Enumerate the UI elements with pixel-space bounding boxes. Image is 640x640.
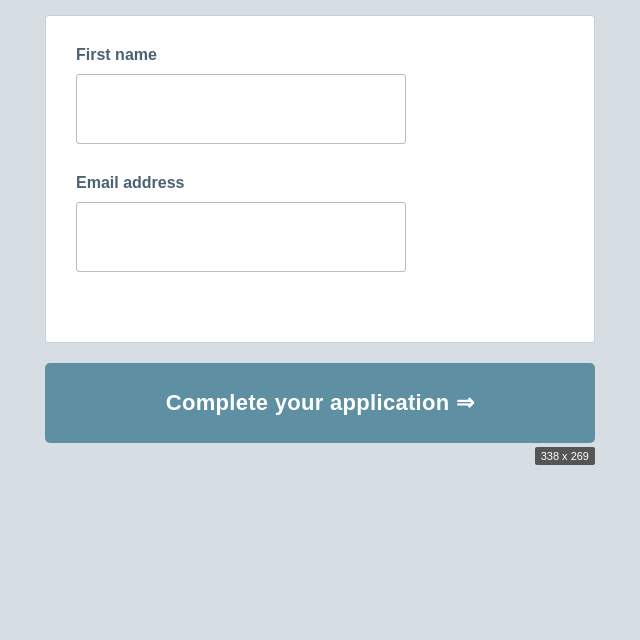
first-name-label: First name: [76, 46, 564, 64]
size-badge: 338 x 269: [535, 447, 595, 465]
email-input[interactable]: [76, 202, 406, 272]
email-label: Email address: [76, 174, 564, 192]
first-name-field-group: First name: [76, 46, 564, 144]
email-field-group: Email address: [76, 174, 564, 272]
first-name-input[interactable]: [76, 74, 406, 144]
form-card: First name Email address: [45, 15, 595, 343]
complete-application-button[interactable]: Complete your application ⇒: [45, 363, 595, 443]
